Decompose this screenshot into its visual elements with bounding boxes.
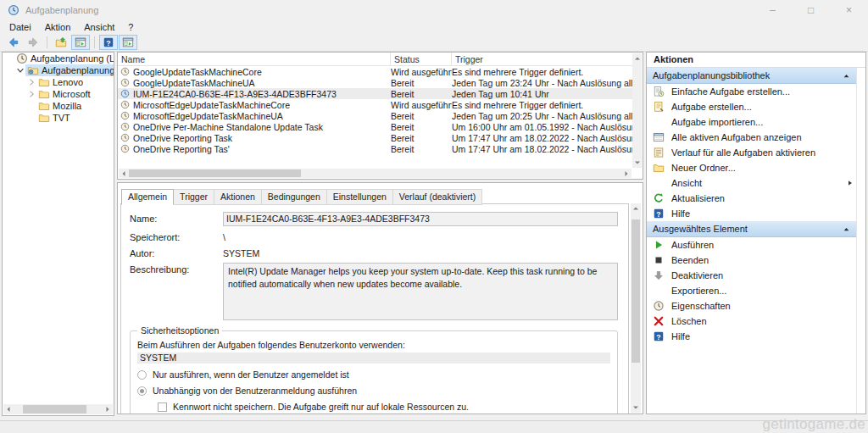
column-header-trigger[interactable]: Trigger <box>452 53 632 65</box>
tree-item-tvt[interactable]: TVT <box>3 112 114 124</box>
actions-section-header[interactable]: Ausgewähltes Element <box>647 221 856 237</box>
tree-item-microsoft[interactable]: Microsoft <box>3 88 114 100</box>
folder-icon <box>38 100 50 112</box>
action-item-deaktivieren[interactable]: Deaktivieren <box>647 268 856 283</box>
collapse-up-icon[interactable] <box>843 225 850 233</box>
chevron-right-icon[interactable] <box>26 89 36 99</box>
task-row[interactable]: OneDrive Per-Machine Standalone Update T… <box>118 121 632 132</box>
action-item-eigenschaften[interactable]: Eigenschaften <box>647 298 856 314</box>
account-value: SYSTEM <box>137 353 610 364</box>
menu-item-ansicht[interactable]: Ansicht <box>77 22 121 32</box>
help-icon: ? <box>653 330 665 342</box>
folder-icon <box>38 88 50 100</box>
tree-item-aufgabenplanungsbibliot[interactable]: Aufgabenplanungsbibliot <box>3 64 114 76</box>
tab-allgemein[interactable]: Allgemein <box>121 189 174 205</box>
radio-unchecked[interactable] <box>137 370 147 380</box>
toolbar-separator <box>94 36 95 48</box>
action-item-verlauf-für-alle-aufgaben-aktivieren[interactable]: Verlauf für alle Aufgaben aktivieren <box>647 145 856 160</box>
collapse-up-icon[interactable] <box>843 72 850 80</box>
security-option-row: Unabhängig von der Benutzeranmeldung aus… <box>137 386 610 396</box>
chevron-down-icon[interactable] <box>15 65 25 75</box>
action-item-ausführen[interactable]: Ausführen <box>647 237 856 253</box>
action-item-beenden[interactable]: Beenden <box>647 253 856 268</box>
action-item-aufgabe-erstellen[interactable]: Aufgabe erstellen... <box>647 99 856 114</box>
action-item-aktualisieren[interactable]: Aktualisieren <box>647 191 856 206</box>
action-item-label: Ausführen <box>671 240 714 250</box>
task-row[interactable]: GoogleUpdateTaskMachineUABereitJeden Tag… <box>118 77 632 88</box>
scroll-left-icon[interactable] <box>119 169 129 179</box>
task-name: IUM-F1E24CA0-B63E-4F13-A9E3-4ADE3BFF3473 <box>133 89 337 99</box>
task-status: Bereit <box>391 111 452 121</box>
tree-horizontal-scrollbar[interactable] <box>3 404 113 414</box>
tree-item-label-wrap: Microsoft <box>36 88 92 100</box>
scroll-up-icon[interactable] <box>632 53 643 64</box>
scroll-track[interactable] <box>14 404 103 414</box>
scroll-track[interactable] <box>631 214 641 402</box>
toolbar-button-help-icon[interactable]: ? <box>99 35 118 50</box>
minimize-button[interactable]: – <box>754 0 792 20</box>
scroll-down-icon[interactable] <box>631 402 641 413</box>
task-list-horizontal-scrollbar[interactable] <box>119 169 632 178</box>
tab-bedingungen[interactable]: Bedingungen <box>261 189 327 205</box>
actions-section-header[interactable]: Aufgabenplanungsbibliothek <box>647 68 856 84</box>
action-item-hilfe[interactable]: ?Hilfe <box>647 329 856 344</box>
scroll-down-icon[interactable] <box>632 158 643 168</box>
action-item-hilfe[interactable]: ?Hilfe <box>647 206 856 221</box>
tab-einstellungen[interactable]: Einstellungen <box>326 189 393 205</box>
checkbox-unchecked[interactable] <box>158 402 167 412</box>
description-field[interactable]: Intel(R) Update Manager helps you keep y… <box>223 263 618 320</box>
icon-placeholder <box>653 116 665 128</box>
task-trigger: Es sind mehrere Trigger definiert. <box>452 67 632 77</box>
task-row[interactable]: GoogleUpdateTaskMachineCoreWird ausgefüh… <box>118 66 632 77</box>
tree-item-aufgabenplanung-lokal-[interactable]: Aufgabenplanung (Lokal) <box>3 53 114 64</box>
task-name-field[interactable]: IUM-F1E24CA0-B63E-4F13-A9E3-4ADE3BFF3473 <box>223 212 618 226</box>
action-item-neuer-ordner[interactable]: Neuer Ordner... <box>647 160 856 175</box>
toolbar-button-folder-up-icon[interactable] <box>52 35 70 50</box>
task-row[interactable]: MicrosoftEdgeUpdateTaskMachineCoreWird a… <box>118 99 632 110</box>
tree-item-mozilla[interactable]: Mozilla <box>3 100 114 112</box>
task-row[interactable]: IUM-F1E24CA0-B63E-4F13-A9E3-4ADE3BFF3473… <box>118 88 632 99</box>
toolbar-button-console-window-icon[interactable] <box>71 35 90 50</box>
app-clock-icon <box>8 4 19 16</box>
toolbar-button-console-window2-icon[interactable] <box>119 35 137 50</box>
scroll-track[interactable] <box>129 169 621 178</box>
menu-item-datei[interactable]: Datei <box>3 22 38 32</box>
scroll-right-icon[interactable] <box>103 404 113 414</box>
scroll-thumb[interactable] <box>632 219 640 363</box>
tree-item-label-wrap: TVT <box>36 112 72 124</box>
menu-item-?[interactable]: ? <box>121 22 140 32</box>
toolbar-button-back-icon[interactable] <box>4 35 23 50</box>
action-item-ansicht[interactable]: Ansicht <box>647 175 856 191</box>
task-list-vertical-scrollbar[interactable] <box>632 53 642 168</box>
details-vertical-scrollbar[interactable] <box>631 203 641 413</box>
scroll-right-icon[interactable] <box>621 169 632 179</box>
action-item-alle-aktiven-aufgaben-anzeigen[interactable]: Alle aktiven Aufgaben anzeigen <box>647 130 856 145</box>
scroll-thumb[interactable] <box>129 169 301 177</box>
clock-icon <box>16 53 28 64</box>
action-item-einfache-aufgabe-erstellen[interactable]: Einfache Aufgabe erstellen... <box>647 84 856 99</box>
task-clock-icon <box>120 144 130 153</box>
action-item-löschen[interactable]: Löschen <box>647 314 856 329</box>
toolbar-button-forward-icon[interactable] <box>24 35 42 50</box>
chevron-right-icon[interactable] <box>26 77 36 87</box>
column-header-name[interactable]: Name <box>118 53 391 65</box>
task-row[interactable]: MicrosoftEdgeUpdateTaskMachineUABereitJe… <box>118 110 632 121</box>
tab-aktionen[interactable]: Aktionen <box>214 189 262 205</box>
show-active-tasks-icon <box>653 131 665 143</box>
action-item-aufgabe-importieren[interactable]: Aufgabe importieren... <box>647 114 856 130</box>
tab-verlauf-deaktiviert-[interactable]: Verlauf (deaktiviert) <box>392 189 482 205</box>
menu-item-aktion[interactable]: Aktion <box>38 22 78 32</box>
column-header-status[interactable]: Status <box>391 53 452 65</box>
scroll-track[interactable] <box>632 64 642 158</box>
scroll-left-icon[interactable] <box>3 404 14 414</box>
task-row[interactable]: OneDrive Reporting TaskBereitUm 17:47 Uh… <box>118 132 632 143</box>
tab-trigger[interactable]: Trigger <box>173 189 214 205</box>
maximize-button[interactable]: □ <box>792 0 830 20</box>
task-name-cell: GoogleUpdateTaskMachineCore <box>118 67 391 77</box>
close-button[interactable]: × <box>830 0 868 20</box>
scroll-thumb[interactable] <box>23 405 87 414</box>
radio-checked[interactable] <box>137 386 147 396</box>
action-item-exportieren[interactable]: Exportieren... <box>647 283 856 298</box>
task-row[interactable]: OneDrive Reporting Tas'BereitUm 17:47 Uh… <box>118 143 632 154</box>
tree-item-lenovo[interactable]: Lenovo <box>3 76 114 88</box>
